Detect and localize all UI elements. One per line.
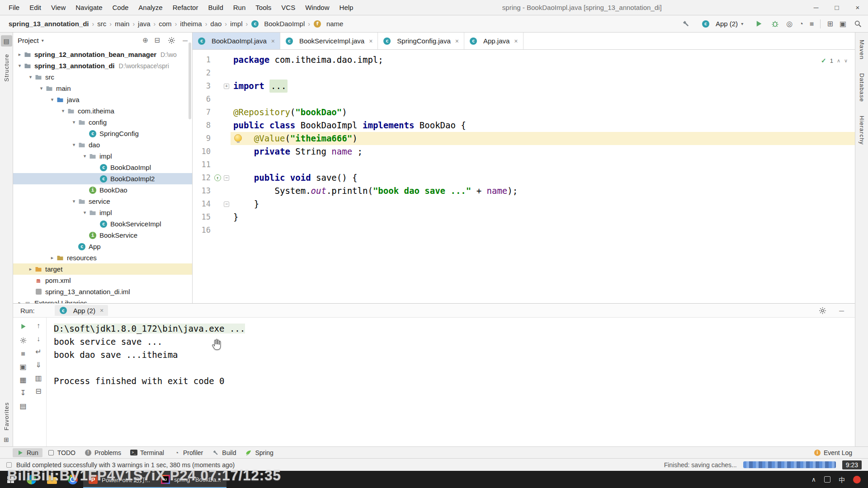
settings-gear-icon[interactable]: [166, 35, 176, 45]
dump-threads-icon[interactable]: ▦: [19, 376, 26, 384]
close-icon[interactable]: ×: [369, 38, 373, 45]
chevron-right-icon[interactable]: ▸: [16, 300, 24, 303]
code-text[interactable]: package com.itheima.dao.impl;: [231, 53, 855, 66]
tool-tab-terminal[interactable]: >_Terminal: [126, 448, 168, 457]
tray-panel-icon[interactable]: [824, 476, 830, 483]
code-text[interactable]: }: [231, 211, 855, 224]
breadcrumb-item-dao[interactable]: dao: [209, 19, 223, 28]
breadcrumb-item-itheima[interactable]: itheima: [179, 19, 203, 28]
tree-item-service[interactable]: ▾service: [13, 196, 192, 207]
clear-all-icon[interactable]: ⊟: [35, 388, 41, 395]
tab-bookserviceimpl-java[interactable]: cBookServiceImpl.java×: [280, 33, 378, 49]
stop-icon[interactable]: ■: [810, 20, 814, 28]
code-text[interactable]: [231, 224, 855, 237]
tree-item-spring-13-annotation-di[interactable]: ▾spring_13_annotation_diD:\workspace\spr…: [13, 60, 192, 71]
chevron-right-icon[interactable]: ▸: [48, 255, 56, 261]
code-text[interactable]: [231, 158, 855, 171]
close-button[interactable]: ×: [847, 0, 868, 15]
maximize-button[interactable]: □: [826, 0, 847, 15]
menu-file[interactable]: File: [4, 0, 24, 15]
chevron-down-icon[interactable]: ▾: [42, 38, 44, 43]
chevron-right-icon[interactable]: ▸: [27, 266, 34, 272]
run-config-selector[interactable]: cApp (2)▾: [698, 19, 747, 29]
tree-scrollbar[interactable]: [189, 42, 191, 119]
tree-item-target[interactable]: ▸target: [13, 263, 192, 275]
collapse-all-icon[interactable]: ⊟: [155, 36, 160, 44]
start-button[interactable]: [0, 471, 21, 488]
code-line[interactable]: 2: [193, 66, 855, 80]
code-line[interactable]: 14− }: [193, 197, 855, 211]
menu-edit[interactable]: Edit: [24, 0, 46, 15]
menu-vcs[interactable]: VCS: [276, 0, 300, 15]
build-hammer-icon[interactable]: [681, 19, 691, 29]
menu-build[interactable]: Build: [203, 0, 228, 15]
breadcrumb-item-impl[interactable]: impl: [229, 19, 244, 28]
tray-notification-icon[interactable]: [853, 476, 861, 483]
input-method-indicator[interactable]: 中: [839, 475, 845, 484]
code-line[interactable]: 10 private String name ;: [193, 145, 855, 158]
tree-item-src[interactable]: ▾src: [13, 71, 192, 83]
code-text[interactable]: }: [231, 197, 855, 211]
powerpoint-window-button[interactable]: PPowerPoint 幻灯...: [83, 471, 156, 488]
chevron-down-icon[interactable]: ▾: [70, 198, 78, 204]
code-text[interactable]: [231, 66, 855, 80]
run-icon[interactable]: [754, 19, 764, 29]
tool-tab-profiler[interactable]: ◔Profiler: [169, 448, 207, 457]
tool-tab-spring[interactable]: Spring: [241, 448, 277, 457]
menu-run[interactable]: Run: [228, 0, 251, 15]
down-stack-trace-icon[interactable]: ↓: [37, 335, 40, 343]
tree-item-bookservice[interactable]: iBookService: [13, 230, 192, 241]
tool-tab-event-log[interactable]: iEvent Log: [810, 448, 856, 457]
tree-item-bookdaoimpl2[interactable]: cBookDaoImpl2: [13, 173, 192, 184]
toolwindow-maven-button[interactable]: Maven: [859, 40, 865, 60]
toolwindow-project-button[interactable]: ▤: [1, 35, 12, 47]
chevron-down-icon[interactable]: ▾: [27, 74, 34, 80]
code-text[interactable]: [231, 93, 855, 106]
code-line[interactable]: 3+import ...: [193, 80, 855, 93]
toolwindow-favorites-button[interactable]: Favorites: [3, 402, 10, 430]
browser-app-button[interactable]: [21, 471, 42, 488]
tree-item-config[interactable]: ▾config: [13, 117, 192, 128]
intention-bulb-icon[interactable]: [234, 134, 242, 142]
implement-marker-icon[interactable]: ↑: [214, 174, 221, 181]
code-line[interactable]: 1package com.itheima.dao.impl;: [193, 53, 855, 66]
tree-item-springconfig[interactable]: cSpringConfig: [13, 128, 192, 139]
scroll-to-end-icon[interactable]: ⇓: [35, 361, 41, 369]
chevron-down-icon[interactable]: ▾: [70, 142, 78, 148]
breadcrumb-item-name[interactable]: fname: [312, 19, 345, 29]
breadcrumb-item-com[interactable]: com: [157, 19, 173, 28]
layout-grid-icon[interactable]: ⊞: [827, 20, 833, 28]
tree-item-spring-12-annotation-bean-manager[interactable]: ▸spring_12_annotation_bean_managerD:\wo: [13, 49, 192, 60]
tree-item-app[interactable]: cApp: [13, 241, 192, 252]
code-line[interactable]: 12↑− public void save() {: [193, 171, 855, 184]
fold-expand-icon[interactable]: +: [224, 84, 229, 89]
tool-tab-todo[interactable]: TODO: [43, 448, 80, 457]
run-tab-app[interactable]: c App (2) ×: [55, 305, 108, 316]
search-everywhere-icon[interactable]: [853, 19, 863, 29]
breadcrumb-item-bookdaoimpl[interactable]: cBookDaoImpl: [250, 19, 306, 29]
chevron-down-icon[interactable]: ∨: [844, 54, 848, 67]
menu-code[interactable]: Code: [107, 0, 133, 15]
code-line[interactable]: 9 @Value("itheima666"): [193, 132, 855, 145]
move-down-icon[interactable]: ↧: [20, 389, 26, 397]
print-icon[interactable]: ▥: [35, 375, 42, 382]
profiler-icon[interactable]: ◔: [799, 20, 803, 28]
tree-item-spring-13-annotation-di-iml[interactable]: spring_13_annotation_di.iml: [13, 286, 192, 297]
tree-item-main[interactable]: ▾main: [13, 83, 192, 94]
tree-item-impl[interactable]: ▾impl: [13, 207, 192, 218]
toolwindow-database-button[interactable]: Database: [859, 73, 865, 102]
chevron-down-icon[interactable]: ▾: [48, 97, 56, 103]
minimize-button[interactable]: ─: [806, 0, 826, 15]
run-console[interactable]: D:\soft\jdk1.8.0_172\bin\java.exe ...boo…: [47, 318, 855, 446]
toolwindow-structure-button[interactable]: Structure: [3, 54, 10, 82]
pin-tab-icon[interactable]: ▤: [19, 403, 26, 410]
code-text[interactable]: public void save() {: [231, 171, 855, 184]
close-icon[interactable]: ×: [455, 38, 459, 45]
code-line[interactable]: 8public class BookDaoImpl implements Boo…: [193, 119, 855, 132]
chevron-down-icon[interactable]: ▾: [38, 85, 45, 91]
code-line[interactable]: 16: [193, 224, 855, 237]
chevron-down-icon[interactable]: ▾: [16, 63, 24, 69]
tree-item-bookdao[interactable]: iBookDao: [13, 184, 192, 196]
menu-navigate[interactable]: Navigate: [71, 0, 107, 15]
file-explorer-button[interactable]: [42, 471, 62, 488]
